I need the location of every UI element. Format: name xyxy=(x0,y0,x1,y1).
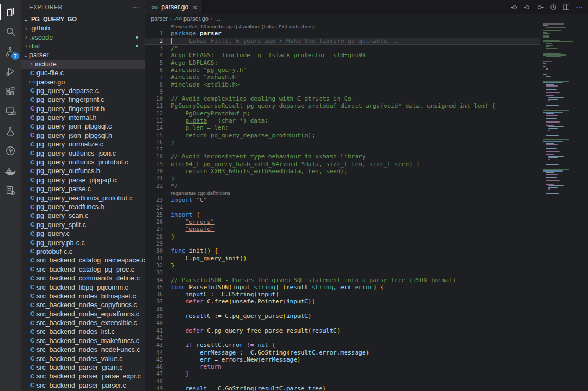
next-change-button[interactable] xyxy=(535,2,546,13)
tree-file-pg_query_deparse.c[interactable]: Cpg_query_deparse.c xyxy=(21,87,145,95)
tree-file-pg_query_normalize.c[interactable]: Cpg_query_normalize.c xyxy=(21,140,145,149)
tree-file-src_backend_nodes_copyfuncs.c[interactable]: Csrc_backend_nodes_copyfuncs.c xyxy=(21,301,145,309)
tree-file-src_backend_parser_gram.c[interactable]: Csrc_backend_parser_gram.c xyxy=(21,363,145,372)
tree-file-pg_query_json_plpgsql.h[interactable]: Cpg_query_json_plpgsql.h xyxy=(21,131,145,140)
explorer-icon[interactable] xyxy=(0,2,21,21)
tree-file-pg_query_fingerprint.h[interactable]: Cpg_query_fingerprint.h xyxy=(21,105,145,113)
file-history-button[interactable] xyxy=(548,2,559,13)
minimap-line xyxy=(546,113,554,114)
extensions-icon[interactable] xyxy=(0,82,21,101)
docker-icon[interactable] xyxy=(0,161,21,180)
tree-file-pg_query_readfuncs.h[interactable]: Cpg_query_readfuncs.h xyxy=(21,203,145,211)
project-manager-icon[interactable] xyxy=(0,181,21,200)
tree-file-src_backend_nodes_makefuncs.c[interactable]: Csrc_backend_nodes_makefuncs.c xyxy=(21,337,145,345)
tree-file-src_backend_nodes_list.c[interactable]: Csrc_backend_nodes_list.c xyxy=(21,327,145,336)
tree-folder-include[interactable]: ›include xyxy=(21,60,145,69)
tree-file-pg_query_split.c[interactable]: Cpg_query_split.c xyxy=(21,221,145,229)
tree-file-protobuf-c.c[interactable]: Cprotobuf-c.c xyxy=(21,247,145,256)
line-number: 4 xyxy=(145,52,163,58)
previous-change-button[interactable] xyxy=(509,2,519,13)
split-editor-button[interactable] xyxy=(561,2,572,13)
close-tab-icon[interactable]: × xyxy=(193,3,197,11)
tree-file-src_backend_catalog_namespace.c[interactable]: Csrc_backend_catalog_namespace.c xyxy=(21,256,145,265)
code-line: 26 "errors" xyxy=(145,218,540,225)
breadcrumb-label: parser xyxy=(151,15,168,22)
run-debug-icon[interactable] xyxy=(0,62,21,81)
minimap-line xyxy=(546,27,566,28)
c-file-icon: C xyxy=(28,356,36,362)
tree-file-pg_query_readfuncs_protobuf.c[interactable]: Cpg_query_readfuncs_protobuf.c xyxy=(21,193,145,202)
tab-parser-go[interactable]: GO parser.go × xyxy=(145,0,203,14)
breadcrumb-item[interactable]: GOparser.go xyxy=(174,15,209,22)
tree-file-pg_query_parse.c[interactable]: Cpg_query_parse.c xyxy=(21,185,145,193)
line-content: #include "xxhash.h" xyxy=(171,74,240,81)
breadcrumb-item[interactable]: … xyxy=(215,15,221,22)
more-actions-button[interactable]: ⋯ xyxy=(574,2,585,13)
code-editor[interactable]: Steven Kalt, 13 months ago | 4 authors (… xyxy=(145,23,540,391)
tree-file-pg_query_json_plpgsql.c[interactable]: Cpg_query_json_plpgsql.c xyxy=(21,122,145,131)
tree-item-label: src_backend_libpq_pqcomm.c xyxy=(36,284,128,291)
tree-file-parser.go[interactable]: GOparser.go xyxy=(21,77,145,86)
breadcrumb-item[interactable]: parser xyxy=(151,15,168,22)
line-number: 44 xyxy=(145,350,163,356)
remote-explorer-icon[interactable] xyxy=(0,102,21,121)
tree-file-pg_query_parse_plpgsql.c[interactable]: Cpg_query_parse_plpgsql.c xyxy=(21,176,145,185)
tree-file-src_backend_commands_define.c[interactable]: Csrc_backend_commands_define.c xyxy=(21,274,145,283)
tree-file-pg_query.pb-c.c[interactable]: Cpg_query.pb-c.c xyxy=(21,238,145,247)
source-control-icon[interactable]: 7 xyxy=(0,42,21,61)
testing-icon[interactable] xyxy=(0,121,21,140)
tree-item-label: include xyxy=(35,60,57,68)
code-line: 19uint64_t pg_query_hash_xxh3_64(void *d… xyxy=(145,161,540,168)
c-file-icon: C xyxy=(28,213,36,219)
project-root-item[interactable]: ⌄ PG_QUERY_GO xyxy=(21,14,145,24)
line-number: 27 xyxy=(145,226,163,232)
search-icon[interactable] xyxy=(0,22,21,41)
gitlens-icon[interactable] xyxy=(0,142,21,161)
line-number: 40 xyxy=(145,320,163,326)
minimap-line xyxy=(546,89,558,90)
tree-file-src_backend_nodes_equalfuncs.c[interactable]: Csrc_backend_nodes_equalfuncs.c xyxy=(21,310,145,319)
line-number: 48 xyxy=(145,378,163,384)
tree-file-src_backend_nodes_nodeFuncs.c[interactable]: Csrc_backend_nodes_nodeFuncs.c xyxy=(21,345,145,354)
line-content: return xyxy=(171,363,222,370)
tree-file-pg_query_outfuncs.h[interactable]: Cpg_query_outfuncs.h xyxy=(21,167,145,175)
line-content: // Avoid inconsistent type behaviour in … xyxy=(171,153,366,160)
tree-folder-.github[interactable]: ›.github xyxy=(21,24,145,33)
tree-file-pg_query_internal.h[interactable]: Cpg_query_internal.h xyxy=(21,113,145,122)
minimap-line xyxy=(543,79,587,80)
tree-file-src_backend_libpq_pqcomm.c[interactable]: Csrc_backend_libpq_pqcomm.c xyxy=(21,283,145,291)
minimap[interactable] xyxy=(540,23,588,391)
tree-file-src_backend_nodes_bitmapset.c[interactable]: Csrc_backend_nodes_bitmapset.c xyxy=(21,292,145,301)
tree-file-src_backend_nodes_extensible.c[interactable]: Csrc_backend_nodes_extensible.c xyxy=(21,319,145,327)
tree-file-pg_query_outfuncs_json.c[interactable]: Cpg_query_outfuncs_json.c xyxy=(21,149,145,157)
tree-item-label: src_backend_commands_define.c xyxy=(36,274,140,282)
minimap-line xyxy=(546,144,558,145)
tree-file-pg_query_scan.c[interactable]: Cpg_query_scan.c xyxy=(21,211,145,220)
explorer-more-actions-icon[interactable]: ⋯ xyxy=(132,3,139,11)
open-changes-button[interactable] xyxy=(522,2,532,13)
breadcrumb-separator-icon: › xyxy=(211,15,213,22)
codelens-annotation[interactable]: regenerate cgo definitions xyxy=(145,190,540,197)
tree-file-pg_query_fingerprint.c[interactable]: Cpg_query_fingerprint.c xyxy=(21,95,145,104)
chevron-right-icon: › xyxy=(23,43,29,49)
tree-file-src_backend_parser_parse_expr.c[interactable]: Csrc_backend_parser_parse_expr.c xyxy=(21,372,145,381)
tree-folder-.vscode[interactable]: ›.vscode xyxy=(21,33,145,41)
tree-file-src_backend_parser_parser.c[interactable]: Csrc_backend_parser_parser.c xyxy=(21,381,145,390)
tree-file-src_backend_nodes_value.c[interactable]: Csrc_backend_nodes_value.c xyxy=(21,354,145,363)
tree-item-label: src_backend_nodes_makefuncs.c xyxy=(36,337,139,345)
tree-file-src_backend_catalog_pg_proc.c[interactable]: Csrc_backend_catalog_pg_proc.c xyxy=(21,265,145,274)
line-content: "errors" xyxy=(171,218,214,225)
tree-file-guc-file.c[interactable]: Cguc-file.c xyxy=(21,69,145,77)
tree-folder-dist[interactable]: ›dist xyxy=(21,42,145,51)
line-number: 26 xyxy=(145,219,163,225)
tree-file-pg_query.c[interactable]: Cpg_query.c xyxy=(21,229,145,238)
minimap-line xyxy=(548,185,564,186)
tree-item-label: protobuf-c.c xyxy=(36,248,72,255)
tree-file-pg_query_outfuncs_protobuf.c[interactable]: Cpg_query_outfuncs_protobuf.c xyxy=(21,158,145,167)
code-line: 31 C.pg_query_init() xyxy=(145,255,540,262)
code-line: 17 xyxy=(145,146,540,153)
code-line: 14 p.len = len; xyxy=(145,124,540,131)
line-number: 25 xyxy=(145,212,163,218)
line-number: 10 xyxy=(145,96,163,102)
tree-folder-parser[interactable]: ⌄parser xyxy=(21,51,145,59)
